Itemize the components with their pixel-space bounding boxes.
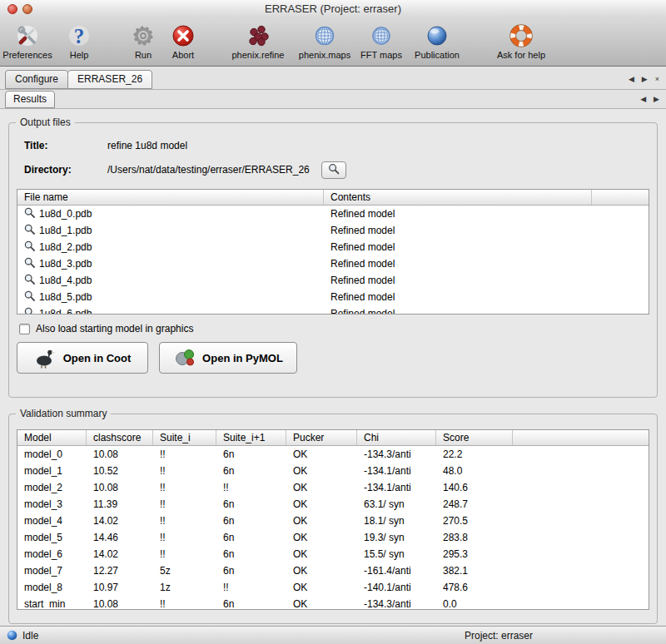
- open-in-pymol-button[interactable]: Open in PyMOL: [159, 342, 297, 374]
- validation-row[interactable]: model_810.971z!!OK-140.1/anti478.6: [17, 579, 649, 596]
- validation-row[interactable]: model_614.02!!6nOK15.5/ syn295.3: [17, 546, 649, 562]
- file-name-cell: 1u8d_0.pdb: [17, 207, 324, 220]
- tab-configure[interactable]: Configure: [5, 70, 68, 89]
- validation-row[interactable]: model_110.52!!6nOK-134.1/anti48.0: [17, 463, 649, 479]
- phenix-maps-icon: [292, 22, 357, 50]
- validation-cell: -134.1/anti: [357, 465, 436, 477]
- validation-cell: !!: [153, 498, 216, 510]
- titlebar[interactable]: ERRASER (Project: erraser): [0, 0, 666, 18]
- validation-cell: 248.7: [436, 498, 513, 510]
- toolbar-button-help[interactable]: ?Help: [62, 22, 96, 60]
- validation-cell: 10.08: [87, 598, 153, 610]
- publication-icon: [410, 22, 464, 50]
- validation-row[interactable]: model_210.08!!!!OK-134.1/anti140.6: [17, 479, 649, 496]
- open-in-coot-button[interactable]: Open in Coot: [17, 342, 148, 374]
- validation-cell: !!: [153, 598, 216, 610]
- close-window-button[interactable]: [7, 4, 17, 14]
- toolbar-button-publication[interactable]: Publication: [410, 22, 464, 60]
- load-starting-model-checkbox[interactable]: [19, 324, 30, 334]
- validation-cell: 270.5: [436, 515, 513, 527]
- file-contents-cell: Refined model: [324, 291, 592, 303]
- file-row[interactable]: 1u8d_2.pdbRefined model: [17, 239, 649, 255]
- file-row[interactable]: 1u8d_1.pdbRefined model: [17, 222, 649, 239]
- ask-for-help-icon: [491, 22, 551, 50]
- toolbar-label: phenix.refine: [225, 50, 291, 60]
- toolbar-label: phenix.maps: [292, 50, 357, 60]
- validation-row[interactable]: model_010.08!!6nOK-134.3/anti22.2: [17, 446, 649, 463]
- tab-results[interactable]: Results: [5, 91, 55, 108]
- validation-cell: 10.08: [87, 482, 153, 493]
- tab-scroll-left-button[interactable]: ◀: [629, 75, 634, 83]
- file-row[interactable]: 1u8d_5.pdbRefined model: [17, 289, 649, 305]
- validation-cell: 6n: [216, 532, 286, 543]
- toolbar-button-preferences[interactable]: Preferences: [2, 22, 52, 60]
- validation-header-suite-i: Suite_i: [153, 430, 216, 445]
- validation-cell: model_3: [17, 498, 87, 510]
- file-contents-cell: Refined model: [324, 275, 592, 286]
- validation-row[interactable]: start_min10.08!!6nOK-134.3/anti0.0: [17, 596, 649, 610]
- toolbar-label: Help: [62, 50, 96, 60]
- validation-cell: 283.8: [436, 532, 513, 543]
- file-table-header-file-name: File name: [17, 190, 324, 205]
- validation-cell: OK: [286, 565, 357, 577]
- validation-cell: -134.3/anti: [357, 598, 436, 610]
- load-starting-model-row: Also load starting model in graphics: [19, 323, 193, 334]
- validation-cell: -161.4/anti: [357, 565, 436, 577]
- toolbar-label: FFT maps: [357, 50, 405, 60]
- file-row[interactable]: 1u8d_3.pdbRefined model: [17, 255, 649, 272]
- tab-scroll-left-button[interactable]: ◀: [640, 95, 646, 103]
- file-name: 1u8d_3.pdb: [39, 258, 92, 270]
- tab-label: Results: [13, 93, 47, 105]
- validation-cell: !!: [216, 482, 286, 493]
- directory-value: /Users/nat/data/testing/erraser/ERRASER_…: [107, 164, 310, 176]
- validation-row[interactable]: model_514.46!!6nOK19.3/ syn283.8: [17, 529, 649, 546]
- minimize-window-button[interactable]: [22, 4, 32, 14]
- validation-row[interactable]: model_712.275z6nOK-161.4/anti382.1: [17, 562, 649, 579]
- magnifier-icon: [24, 257, 35, 270]
- file-table-header-spacer: [592, 190, 649, 205]
- validation-cell: -140.1/anti: [357, 582, 436, 593]
- validation-summary-legend: Validation summary: [16, 408, 111, 419]
- validation-cell: OK: [286, 482, 357, 493]
- title-value: refine 1u8d model: [107, 140, 187, 151]
- toolbar-button-ask-for-help[interactable]: Ask for help: [491, 22, 551, 60]
- toolbar-button-abort[interactable]: Abort: [166, 22, 201, 60]
- toolbar-button-phenix-maps[interactable]: phenix.maps: [292, 22, 357, 60]
- toolbar-button-phenix-refine[interactable]: phenix.refine: [225, 22, 291, 60]
- validation-cell: -134.1/anti: [357, 482, 436, 493]
- magnifier-icon: [24, 224, 35, 237]
- directory-label: Directory:: [24, 164, 107, 176]
- toolbar-label: Abort: [166, 50, 201, 60]
- file-name: 1u8d_1.pdb: [39, 225, 92, 236]
- validation-row[interactable]: model_414.02!!6nOK18.1/ syn270.5: [17, 513, 649, 529]
- file-row[interactable]: 1u8d_6.pdbRefined model: [17, 305, 649, 315]
- tab-scroll-right-button[interactable]: ▶: [654, 95, 659, 103]
- validation-cell: 6n: [216, 515, 286, 527]
- browse-directory-button[interactable]: [321, 161, 346, 179]
- validation-cell: !!: [153, 532, 216, 543]
- validation-cell: 6n: [216, 498, 286, 510]
- toolbar: Preferences?HelpRunAbortphenix.refinephe…: [0, 18, 666, 67]
- tab-scroll-right-button[interactable]: ▶: [642, 75, 648, 83]
- file-name: 1u8d_6.pdb: [39, 308, 92, 315]
- validation-cell: model_8: [17, 582, 87, 593]
- file-name: 1u8d_4.pdb: [39, 275, 92, 286]
- validation-cell: model_5: [17, 532, 87, 543]
- directory-row: Directory: /Users/nat/data/testing/erras…: [24, 161, 642, 179]
- validation-cell: 1z: [153, 582, 216, 593]
- file-row[interactable]: 1u8d_0.pdbRefined model: [17, 206, 649, 222]
- file-row[interactable]: 1u8d_4.pdbRefined model: [17, 272, 649, 289]
- validation-cell: !!: [153, 465, 216, 477]
- toolbar-button-fft-maps[interactable]: FFT maps: [357, 22, 405, 60]
- validation-cell: 295.3: [436, 548, 513, 560]
- tab-erraser-26[interactable]: ERRASER_26: [67, 70, 152, 89]
- validation-cell: 22.2: [436, 448, 513, 460]
- file-name: 1u8d_2.pdb: [39, 241, 92, 253]
- file-contents-cell: Refined model: [324, 258, 592, 270]
- validation-header-clashscore: clashscore: [87, 430, 153, 445]
- title-row: Title: refine 1u8d model: [24, 136, 642, 155]
- validation-row[interactable]: model_311.39!!6nOK63.1/ syn248.7: [17, 496, 649, 513]
- tab-close-tab-button[interactable]: ×: [655, 75, 659, 83]
- validation-cell: !!: [153, 482, 216, 493]
- toolbar-button-run[interactable]: Run: [127, 22, 160, 60]
